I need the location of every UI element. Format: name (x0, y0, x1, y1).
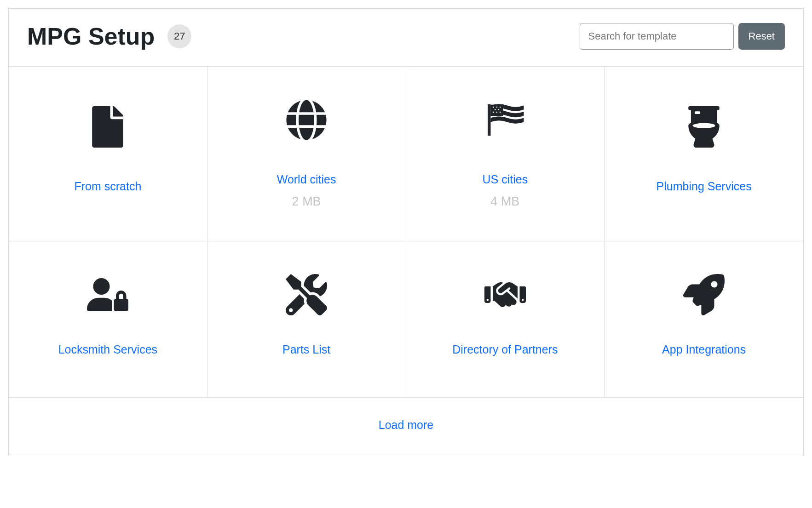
count-badge: 27 (167, 24, 191, 48)
flag-icon (484, 99, 526, 141)
card-title: Locksmith Services (58, 343, 157, 356)
file-icon (87, 106, 128, 148)
svg-point-4 (500, 106, 501, 108)
card-parts-list[interactable]: Parts List (207, 241, 406, 398)
card-sub: 4 MB (490, 194, 519, 209)
card-us-cities[interactable]: US cities 4 MB (406, 67, 605, 241)
card-sub: 2 MB (292, 194, 321, 209)
card-title: Parts List (282, 343, 330, 356)
card-title: World cities (277, 173, 336, 186)
rocket-icon (683, 274, 725, 315)
svg-point-3 (496, 106, 498, 108)
setup-container: MPG Setup 27 Reset From scratch World ci… (8, 8, 804, 455)
card-locksmith-services[interactable]: Locksmith Services (9, 241, 207, 398)
svg-point-5 (495, 109, 496, 110)
card-from-scratch[interactable]: From scratch (9, 67, 207, 241)
svg-point-7 (493, 111, 494, 113)
card-title: Plumbing Services (657, 180, 752, 193)
svg-point-8 (496, 111, 498, 113)
svg-rect-1 (490, 104, 503, 115)
card-title: From scratch (74, 180, 141, 193)
svg-point-2 (493, 106, 494, 108)
card-app-integrations[interactable]: App Integrations (605, 241, 803, 398)
load-more-button[interactable]: Load more (379, 418, 434, 432)
search-input[interactable] (580, 23, 734, 50)
card-title: US cities (483, 173, 528, 186)
load-more-row: Load more (9, 398, 803, 455)
svg-point-9 (500, 111, 501, 113)
reset-button[interactable]: Reset (738, 23, 785, 50)
header-left: MPG Setup 27 (27, 23, 191, 50)
svg-rect-0 (488, 104, 490, 135)
card-plumbing-services[interactable]: Plumbing Services (605, 67, 803, 241)
svg-point-6 (498, 109, 499, 110)
card-title: Directory of Partners (452, 343, 558, 356)
header: MPG Setup 27 Reset (9, 9, 803, 66)
card-directory-of-partners[interactable]: Directory of Partners (406, 241, 605, 398)
tools-icon (286, 274, 327, 315)
template-grid: From scratch World cities 2 MB US cities… (9, 66, 803, 398)
page-title: MPG Setup (27, 23, 155, 50)
user-lock-icon (87, 274, 128, 315)
handshake-icon (484, 274, 526, 315)
card-title: App Integrations (662, 343, 746, 356)
header-right: Reset (580, 23, 785, 50)
card-world-cities[interactable]: World cities 2 MB (207, 67, 406, 241)
toilet-icon (683, 106, 725, 148)
globe-icon (286, 99, 327, 141)
